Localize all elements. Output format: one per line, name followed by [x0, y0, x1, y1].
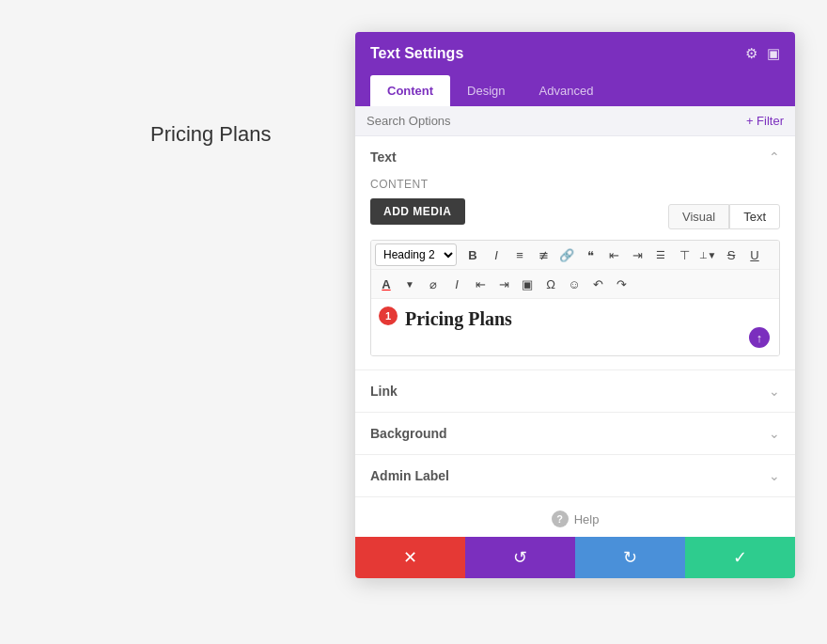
editor-area[interactable]: 1 Pricing Plans ↑ [371, 299, 779, 355]
fullscreen-button[interactable]: ▣ [516, 273, 538, 295]
background-section-title: Background [370, 426, 447, 441]
content-label: Content [370, 178, 780, 191]
clear-format-button[interactable]: ⌀ [422, 273, 445, 295]
italic-button[interactable]: I [485, 243, 507, 266]
toolbar-row-1: Heading 2 Heading 1 Heading 3 Paragraph … [371, 241, 779, 270]
admin-label-section-header[interactable]: Admin Label ⌄ [355, 455, 795, 496]
add-media-button[interactable]: ADD MEDIA [370, 198, 465, 225]
tab-content[interactable]: Content [370, 75, 450, 106]
panel-title: Text Settings [370, 45, 463, 62]
editor-tabs: Visual Text [668, 204, 780, 229]
ordered-list-button[interactable]: ≢ [532, 243, 554, 266]
link-section: Link ⌄ [355, 370, 795, 413]
text-section: Text ⌃ Content ADD MEDIA Visual Text [355, 136, 795, 370]
align-center-button[interactable]: ⇥ [626, 243, 648, 266]
save-button[interactable]: ✓ [685, 537, 795, 578]
more-table-button[interactable]: ⊥▼ [696, 243, 719, 266]
underline-button[interactable]: U [743, 243, 766, 266]
admin-label-section: Admin Label ⌄ [355, 455, 795, 497]
omega-button[interactable]: Ω [539, 273, 562, 295]
background-section-chevron-icon: ⌄ [769, 426, 780, 441]
indent-out-button[interactable]: ⇤ [469, 273, 492, 295]
unordered-list-button[interactable]: ≡ [508, 243, 531, 266]
page-title: Pricing Plans [150, 122, 271, 147]
italic3-button[interactable]: I [445, 273, 468, 295]
text-section-header[interactable]: Text ⌃ [355, 136, 795, 178]
align-left-button[interactable]: ⇤ [602, 243, 625, 266]
text-section-chevron-up-icon: ⌃ [769, 149, 780, 165]
settings-panel: Text Settings ⚙ ▣ Content Design Advance… [355, 32, 795, 578]
admin-label-chevron-icon: ⌄ [769, 468, 780, 483]
editor-badge: 1 [379, 306, 398, 325]
link-section-chevron-icon: ⌄ [769, 384, 780, 399]
help-icon[interactable]: ? [552, 510, 569, 527]
tab-design[interactable]: Design [450, 75, 522, 106]
scroll-up-icon[interactable]: ↑ [749, 327, 770, 348]
blockquote-button[interactable]: ❝ [579, 243, 601, 266]
redo-button[interactable]: ↻ [575, 537, 685, 578]
editor-toolbar: Heading 2 Heading 1 Heading 3 Paragraph … [370, 240, 780, 356]
filter-button[interactable]: + Filter [746, 114, 784, 128]
heading-select[interactable]: Heading 2 Heading 1 Heading 3 Paragraph [375, 243, 457, 266]
bold-button[interactable]: B [461, 243, 484, 266]
tab-advanced[interactable]: Advanced [523, 75, 611, 106]
help-label[interactable]: Help [574, 512, 600, 526]
link-section-title: Link [370, 384, 398, 399]
align-right-button[interactable]: ☰ [649, 243, 672, 266]
header-icons: ⚙ ▣ [745, 45, 780, 62]
settings-icon[interactable]: ⚙ [745, 45, 757, 62]
table-button[interactable]: ⊤ [673, 243, 695, 266]
undo-button[interactable]: ↺ [465, 537, 575, 578]
text-section-title: Text [370, 149, 397, 165]
tab-text[interactable]: Text [729, 204, 780, 229]
tab-visual[interactable]: Visual [668, 204, 729, 229]
font-color-button[interactable]: A [375, 273, 398, 295]
search-input[interactable] [367, 114, 746, 128]
help-row: ? Help [355, 497, 795, 537]
link-button[interactable]: 🔗 [555, 243, 578, 266]
background-section: Background ⌄ [355, 413, 795, 455]
link-section-header[interactable]: Link ⌄ [355, 370, 795, 412]
panel-tabs: Content Design Advanced [355, 75, 795, 106]
panel-footer: ✕ ↺ ↻ ✓ [355, 537, 795, 578]
undo-toolbar-button[interactable]: ↶ [586, 273, 609, 295]
background-section-header[interactable]: Background ⌄ [355, 413, 795, 454]
redo-toolbar-button[interactable]: ↷ [610, 273, 632, 295]
emoji-button[interactable]: ☺ [563, 273, 585, 295]
strikethrough-button[interactable]: S [720, 243, 742, 266]
editor-content-text[interactable]: Pricing Plans [382, 308, 768, 330]
admin-label-section-title: Admin Label [370, 468, 449, 483]
text-section-content: Content ADD MEDIA Visual Text Heading 2 … [355, 178, 795, 369]
expand-icon[interactable]: ▣ [767, 45, 780, 62]
panel-body: Text ⌃ Content ADD MEDIA Visual Text [355, 136, 795, 537]
panel-header: Text Settings ⚙ ▣ [355, 32, 795, 75]
font-color-arrow[interactable]: ▼ [398, 273, 421, 295]
cancel-button[interactable]: ✕ [355, 537, 465, 578]
indent-in-button[interactable]: ⇥ [492, 273, 515, 295]
search-bar: + Filter [355, 106, 795, 136]
toolbar-row-2: A ▼ ⌀ I ⇤ ⇥ ▣ Ω ☺ ↶ ↷ [371, 270, 779, 299]
